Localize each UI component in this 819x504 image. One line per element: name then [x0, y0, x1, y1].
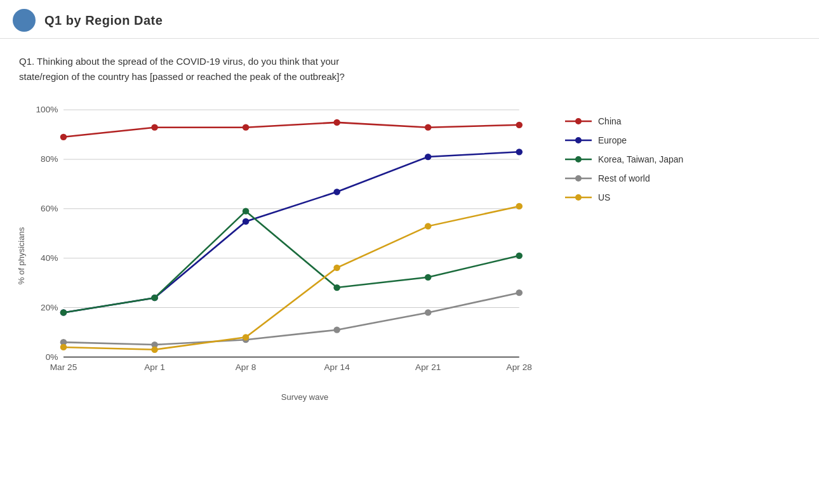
svg-point-50 — [575, 118, 582, 124]
svg-point-22 — [333, 119, 340, 126]
legend-line-korea — [565, 154, 592, 164]
svg-text:Apr 1: Apr 1 — [144, 362, 165, 372]
svg-point-43 — [60, 344, 67, 350]
svg-point-21 — [243, 124, 250, 131]
svg-point-34 — [333, 284, 340, 291]
svg-text:Apr 21: Apr 21 — [415, 362, 441, 372]
x-axis-label: Survey wave — [63, 392, 546, 402]
svg-point-27 — [243, 218, 250, 225]
svg-point-54 — [575, 156, 582, 162]
svg-point-45 — [243, 334, 250, 340]
svg-point-47 — [425, 223, 432, 229]
svg-text:Apr 28: Apr 28 — [507, 362, 532, 372]
legend-line-rest — [565, 173, 592, 183]
chart-legend: China Europe Korea, Taiwan, Japan — [565, 103, 683, 408]
svg-point-31 — [60, 309, 67, 315]
legend-label-korea: Korea, Taiwan, Japan — [598, 154, 683, 164]
legend-item-us: US — [565, 192, 683, 202]
svg-text:0%: 0% — [46, 352, 58, 362]
chart-svg: 0% 20% 40% 60% 80% 100% Mar 25 Apr 1 Apr… — [63, 110, 546, 370]
svg-point-29 — [425, 154, 432, 160]
svg-text:Apr 8: Apr 8 — [236, 362, 256, 372]
svg-text:20%: 20% — [41, 303, 58, 312]
legend-item-rest: Rest of world — [565, 173, 683, 183]
svg-point-28 — [333, 189, 340, 195]
legend-item-korea: Korea, Taiwan, Japan — [565, 154, 683, 164]
svg-point-19 — [60, 134, 67, 140]
svg-point-23 — [425, 124, 432, 131]
svg-point-40 — [333, 327, 340, 333]
svg-point-32 — [151, 295, 158, 301]
svg-text:60%: 60% — [41, 204, 58, 213]
svg-point-56 — [575, 175, 582, 182]
legend-line-us — [565, 192, 592, 202]
chart-container: % of physicians 0% 20% 40% — [25, 103, 800, 408]
svg-point-44 — [151, 347, 158, 353]
svg-text:Apr 14: Apr 14 — [324, 362, 350, 372]
chart-area: % of physicians 0% 20% 40% — [25, 103, 546, 408]
page-title: Q1 by Region Date — [44, 13, 163, 28]
svg-point-36 — [516, 253, 523, 259]
chart-inner: 0% 20% 40% 60% 80% 100% Mar 25 Apr 1 Apr… — [63, 110, 546, 370]
header: Q1 by Region Date — [0, 0, 819, 39]
svg-text:40%: 40% — [41, 253, 58, 263]
legend-label-rest: Rest of world — [598, 173, 650, 183]
svg-text:100%: 100% — [36, 105, 58, 114]
svg-point-30 — [516, 149, 523, 155]
svg-text:80%: 80% — [41, 154, 58, 164]
svg-text:Mar 25: Mar 25 — [50, 362, 77, 372]
y-axis-label: % of physicians — [17, 227, 26, 284]
legend-line-europe — [565, 135, 592, 145]
svg-point-46 — [333, 265, 340, 271]
svg-point-33 — [243, 208, 250, 215]
svg-point-42 — [516, 289, 523, 296]
svg-point-24 — [516, 122, 523, 128]
svg-point-35 — [425, 274, 432, 281]
legend-label-europe: Europe — [598, 135, 627, 145]
svg-point-41 — [425, 309, 432, 315]
svg-point-58 — [575, 194, 582, 201]
main-content: Q1. Thinking about the spread of the COV… — [0, 39, 819, 421]
legend-label-china: China — [598, 116, 622, 126]
question-text: Q1. Thinking about the spread of the COV… — [19, 54, 375, 84]
svg-point-52 — [575, 137, 582, 143]
legend-label-us: US — [598, 192, 610, 202]
svg-point-20 — [151, 124, 158, 131]
legend-item-europe: Europe — [565, 135, 683, 145]
legend-line-china — [565, 116, 592, 126]
legend-item-china: China — [565, 116, 683, 126]
svg-point-48 — [516, 203, 523, 209]
header-icon — [13, 9, 36, 32]
